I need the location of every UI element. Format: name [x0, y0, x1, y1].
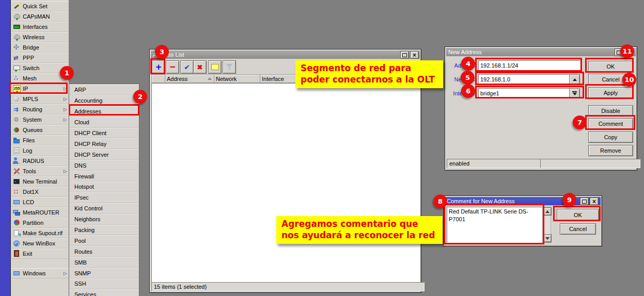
sidebar-item-windows[interactable]: Windows▷ — [11, 268, 69, 278]
close-icon[interactable] — [590, 198, 599, 205]
sidebar-item-capsman[interactable]: CAPsMAN — [11, 11, 69, 22]
sidebar-item-routing[interactable]: Routing▷ — [11, 104, 69, 114]
new-address-titlebar[interactable]: New Address — [446, 48, 636, 56]
sidebar-item-partition[interactable]: Partition — [11, 218, 69, 228]
switch-icon — [13, 64, 21, 72]
step-2-badge: 2 — [133, 90, 147, 104]
gear-icon — [13, 116, 21, 123]
step-7-badge: 7 — [573, 116, 587, 129]
note-agregamos-comentario: Agregamos comentario que nos ayudará a r… — [276, 216, 443, 244]
sidebar-item-metarouter[interactable]: MetaROUTER — [11, 207, 69, 218]
screen-icon — [13, 199, 21, 206]
double-screen-icon — [13, 209, 21, 216]
highlight-ip-menu — [9, 83, 68, 94]
close-icon[interactable] — [410, 51, 419, 59]
sidebar-item-system[interactable]: System▷ — [11, 114, 69, 125]
remove-button[interactable]: Remove — [588, 145, 633, 156]
submenu-item-arp[interactable]: ARP — [69, 85, 139, 95]
sidebar-item-files[interactable]: Files — [11, 135, 69, 145]
sidebar-item-make-supout[interactable]: Make Supout.rif — [11, 228, 69, 238]
step-8-badge: 8 — [433, 194, 447, 208]
address-list-statusbar: 15 items (1 selected) — [151, 282, 425, 291]
step-4-badge: 4 — [461, 57, 475, 71]
sidebar-item-new-terminal[interactable]: New Terminal — [11, 176, 69, 187]
routing-icon — [13, 106, 21, 113]
sidebar-item-new-winbox[interactable]: New WinBox — [11, 238, 69, 249]
submenu-item-snmp[interactable]: SNMP — [69, 268, 139, 278]
window-title: New Address — [448, 49, 482, 55]
highlight-addresses-menu — [69, 104, 139, 116]
sidebar-menu: Quick Set CAPsMAN Interfaces Wireless Br… — [10, 0, 69, 296]
submenu-item-hotspot[interactable]: Hotspot — [69, 182, 139, 192]
submenu-item-dhcp-server[interactable]: DHCP Server — [69, 149, 139, 160]
remove-button[interactable] — [166, 60, 179, 74]
comment-tool-button[interactable] — [208, 60, 222, 74]
submenu-item-dhcp-relay[interactable]: DHCP Relay — [69, 138, 139, 149]
submenu-item-dhcp-client[interactable]: DHCP Client — [69, 128, 139, 139]
antenna-icon — [13, 34, 21, 41]
highlight-apply-button — [585, 84, 634, 99]
copy-button[interactable]: Copy — [588, 131, 633, 143]
sidebar-item-radius[interactable]: RADIUS — [11, 156, 69, 166]
highlight-comment-ok — [553, 206, 601, 221]
sidebar-item-tools[interactable]: Tools▷ — [11, 166, 69, 176]
sidebar-item-exit[interactable]: Exit — [11, 249, 69, 259]
folder-icon — [13, 137, 21, 144]
submenu-item-dns[interactable]: DNS — [69, 160, 139, 171]
enabled-status: enabled — [447, 159, 543, 168]
sidebar-item-lcd[interactable]: LCD — [11, 197, 69, 207]
left-blue-strip — [0, 0, 10, 296]
submenu-item-ipsec[interactable]: IPsec — [69, 192, 139, 203]
submenu-item-cloud[interactable]: Cloud — [69, 117, 139, 128]
address-list-table[interactable] — [151, 83, 420, 283]
submenu-item-neighbors[interactable]: Neighbors — [69, 214, 139, 225]
highlight-add-button — [150, 58, 165, 74]
maximize-icon[interactable] — [580, 198, 589, 205]
step-6-badge: 6 — [461, 84, 475, 98]
page-arrow-icon — [13, 229, 21, 237]
highlight-interface-field — [475, 86, 584, 98]
step-1-badge: 1 — [60, 66, 74, 80]
column-header-interface[interactable]: Interface — [262, 74, 284, 83]
step-11-badge: 11 — [620, 44, 634, 58]
comment-cancel-button[interactable]: Cancel — [560, 223, 596, 235]
sidebar-item-mpls[interactable]: MPLS▷ — [11, 94, 69, 104]
submenu-item-pool[interactable]: Pool — [69, 235, 139, 246]
maximize-icon[interactable] — [400, 51, 409, 59]
sidebar-item-dot1x[interactable]: Dot1X — [11, 187, 69, 197]
highlight-ok-button — [585, 58, 634, 73]
disable-button[interactable] — [193, 60, 207, 74]
ppp-icon — [13, 54, 21, 61]
winbox-app: Quick Set CAPsMAN Interfaces Wireless Br… — [0, 0, 644, 296]
exit-door-icon — [13, 250, 21, 257]
sidebar-item-bridge[interactable]: Bridge — [11, 42, 69, 53]
submenu-arrow-icon: ▷ — [64, 169, 67, 174]
sidebar-gap — [11, 259, 69, 268]
bridge-icon — [13, 44, 21, 51]
column-header-network[interactable]: Network — [216, 74, 237, 83]
submenu-item-packing[interactable]: Packing — [69, 225, 139, 236]
submenu-item-services[interactable]: Services — [69, 289, 139, 296]
filter-button[interactable] — [223, 60, 236, 74]
submenu-item-ssh[interactable]: SSH — [69, 278, 139, 289]
submenu-item-firewall[interactable]: Firewall — [69, 171, 139, 182]
highlight-network-field — [475, 72, 584, 85]
sidebar-item-log[interactable]: Log — [11, 145, 69, 156]
step-9-badge: 9 — [562, 193, 576, 207]
sidebar-item-quick-set[interactable]: Quick Set — [11, 1, 69, 11]
sidebar-item-ppp[interactable]: PPP — [11, 53, 69, 63]
sidebar-item-interfaces[interactable]: Interfaces — [11, 22, 69, 32]
submenu-item-routes[interactable]: Routes — [69, 246, 139, 257]
submenu-item-smb[interactable]: SMB — [69, 257, 139, 268]
sidebar-item-queues[interactable]: Queues — [11, 125, 69, 135]
column-header-address[interactable]: Address — [167, 74, 187, 83]
enable-button[interactable] — [180, 60, 194, 74]
log-icon — [13, 147, 21, 154]
sidebar-item-wireless[interactable]: Wireless — [11, 32, 69, 42]
submenu-arrow-icon: ▷ — [64, 107, 67, 112]
mesh-icon — [13, 75, 21, 82]
terminal-icon — [13, 178, 21, 185]
submenu-item-kid-control[interactable]: Kid Control — [69, 203, 139, 214]
step-5-badge: 5 — [461, 71, 475, 85]
address-list-titlebar[interactable]: Address List — [151, 51, 420, 59]
